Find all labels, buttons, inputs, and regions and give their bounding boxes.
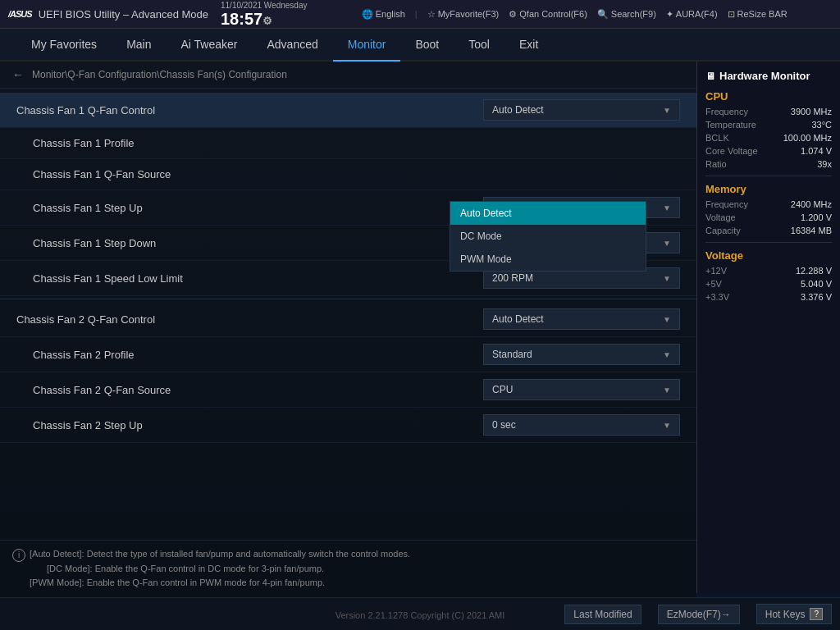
nav-boot[interactable]: Boot: [400, 29, 454, 62]
cf2-step-up-control[interactable]: 0 sec ▼: [483, 414, 680, 436]
hw-cpu-freq-value: 3900 MHz: [791, 107, 832, 116]
top-toolbar: 🌐 English | ☆ MyFavorite(F3) ⚙ Qfan Cont…: [317, 9, 832, 20]
settings-list: Chassis Fan 1 Q-Fan Control Auto Detect …: [0, 89, 696, 567]
cf1-source-label: Chassis Fan 1 Q-Fan Source: [33, 168, 483, 180]
info-line-2: [DC Mode]: Enable the Q-Fan control in D…: [47, 564, 324, 573]
info-line-1: [Auto Detect]: Detect the type of instal…: [30, 549, 410, 559]
hw-cpu-section: CPU: [705, 90, 832, 103]
back-button[interactable]: ←: [12, 68, 24, 81]
hw-cpu-bclk-row: BCLK 100.00 MHz: [705, 133, 832, 143]
last-modified-button[interactable]: Last Modified: [564, 605, 641, 624]
nav-advanced[interactable]: Advanced: [252, 29, 332, 62]
cf2-step-up-dropdown[interactable]: 0 sec ▼: [483, 414, 680, 436]
logo-area: /ASUS UEFI BIOS Utility – Advanced Mode: [8, 8, 208, 21]
dropdown-option-auto[interactable]: Auto Detect: [450, 202, 646, 225]
cf1-qfan-dropdown[interactable]: Auto Detect ▼: [483, 99, 680, 121]
clock-display: 18:57⚙: [221, 11, 307, 27]
footer: Version 2.21.1278 Copyright (C) 2021 AMI…: [0, 597, 840, 630]
hw-mem-capacity-row: Capacity 16384 MB: [705, 226, 832, 235]
info-line-3: [PWM Mode]: Enable the Q-Fan control in …: [30, 578, 325, 587]
hw-v12-label: +12V: [705, 266, 727, 276]
hw-v5-row: +5V 5.040 V: [705, 279, 832, 289]
hw-cpu-temp-value: 33°C: [811, 120, 832, 130]
info-icon: i: [12, 549, 25, 562]
dropdown-overlay: Auto Detect DC Mode PWM Mode: [450, 201, 646, 272]
cf1-step-down-label: Chassis Fan 1 Step Down: [33, 237, 483, 249]
hw-cpu-voltage-row: Core Voltage 1.074 V: [705, 146, 832, 156]
cf2-qfan-control[interactable]: Auto Detect ▼: [483, 308, 680, 330]
setting-cf2-profile[interactable]: Chassis Fan 2 Profile Standard ▼: [0, 337, 696, 372]
setting-cf1-source[interactable]: Chassis Fan 1 Q-Fan Source: [0, 159, 696, 190]
bios-title: UEFI BIOS Utility – Advanced Mode: [39, 8, 208, 21]
nav-monitor[interactable]: Monitor: [333, 29, 401, 62]
hw-v12-value: 12.288 V: [796, 266, 832, 276]
hw-mem-voltage-value: 1.200 V: [801, 212, 832, 222]
hw-cpu-temp-label: Temperature: [705, 120, 756, 130]
asus-logo: /ASUS: [8, 9, 32, 19]
cf2-profile-control[interactable]: Standard ▼: [483, 344, 680, 365]
setting-cf2-source[interactable]: Chassis Fan 2 Q-Fan Source CPU ▼: [0, 372, 696, 408]
nav-main[interactable]: Main: [112, 29, 166, 62]
breadcrumb-path: Monitor\Q-Fan Configuration\Chassis Fan(…: [32, 69, 287, 80]
hw-cpu-temp-row: Temperature 33°C: [705, 120, 832, 130]
hw-mem-freq-label: Frequency: [705, 199, 748, 209]
cf1-qfan-control[interactable]: Auto Detect ▼: [483, 99, 680, 121]
cf1-step-down-arrow: ▼: [663, 239, 671, 248]
hw-mem-capacity-label: Capacity: [705, 226, 741, 235]
nav-my-favorites[interactable]: My Favorites: [16, 29, 112, 62]
setting-cf1-qfan-control[interactable]: Chassis Fan 1 Q-Fan Control Auto Detect …: [0, 93, 696, 128]
hw-mem-freq-value: 2400 MHz: [791, 199, 832, 209]
hw-mem-voltage-label: Voltage: [705, 212, 736, 222]
hw-voltage-section: Voltage: [705, 249, 832, 262]
cf2-qfan-dropdown[interactable]: Auto Detect ▼: [483, 308, 680, 330]
cf1-profile-label: Chassis Fan 1 Profile: [33, 137, 483, 149]
cf2-profile-dropdown[interactable]: Standard ▼: [483, 344, 680, 365]
setting-cf2-step-up[interactable]: Chassis Fan 2 Step Up 0 sec ▼: [0, 408, 696, 443]
dropdown-option-pwm[interactable]: PWM Mode: [450, 248, 646, 271]
toolbar-english[interactable]: 🌐 English: [362, 9, 405, 20]
toolbar-resizebar[interactable]: ⊡ ReSize BAR: [728, 9, 788, 20]
cf2-qfan-arrow: ▼: [663, 315, 671, 324]
toolbar-myfavorite[interactable]: ☆ MyFavorite(F3): [427, 9, 500, 20]
nav-tool[interactable]: Tool: [454, 29, 504, 62]
toolbar-qfan[interactable]: ⚙ Qfan Control(F6): [509, 9, 587, 20]
hw-v5-value: 5.040 V: [801, 279, 832, 289]
dropdown-option-dc[interactable]: DC Mode: [450, 225, 646, 248]
info-section: i [Auto Detect]: Detect the type of inst…: [0, 540, 696, 597]
cf2-profile-label: Chassis Fan 2 Profile: [33, 349, 483, 361]
cf1-speed-low-arrow: ▼: [663, 274, 671, 283]
hw-cpu-ratio-row: Ratio 39x: [705, 159, 832, 169]
cf2-source-control[interactable]: CPU ▼: [483, 379, 680, 400]
nav-exit[interactable]: Exit: [504, 29, 553, 62]
setting-cf1-profile[interactable]: Chassis Fan 1 Profile: [0, 128, 696, 159]
hw-mem-freq-row: Frequency 2400 MHz: [705, 199, 832, 209]
cf1-qfan-label: Chassis Fan 1 Q-Fan Control: [16, 104, 483, 116]
cf1-qfan-dropdown-arrow: ▼: [663, 106, 671, 115]
setting-cf2-qfan-control[interactable]: Chassis Fan 2 Q-Fan Control Auto Detect …: [0, 302, 696, 337]
cf2-source-dropdown[interactable]: CPU ▼: [483, 379, 680, 400]
ez-mode-button[interactable]: EzMode(F7)→: [658, 605, 740, 624]
nav-ai-tweaker[interactable]: Ai Tweaker: [166, 29, 252, 62]
toolbar-aura[interactable]: ✦ AURA(F4): [666, 9, 718, 20]
cf2-step-up-label: Chassis Fan 2 Step Up: [33, 419, 483, 431]
hot-keys-button[interactable]: Hot Keys ?: [756, 604, 832, 624]
hw-cpu-ratio-label: Ratio: [705, 159, 727, 169]
hw-memory-section: Memory: [705, 183, 832, 195]
datetime-area: 11/10/2021 Wednesday 18:57⚙: [221, 1, 307, 27]
hw-cpu-freq-row: Frequency 3900 MHz: [705, 107, 832, 116]
header: /ASUS UEFI BIOS Utility – Advanced Mode …: [0, 0, 840, 29]
hw-monitor-title: 🖥 Hardware Monitor: [705, 70, 832, 82]
navbar: My Favorites Main Ai Tweaker Advanced Mo…: [0, 29, 840, 62]
hw-v33-label: +3.3V: [705, 292, 729, 302]
cf2-source-arrow: ▼: [663, 386, 671, 395]
cf2-source-label: Chassis Fan 2 Q-Fan Source: [33, 384, 483, 396]
toolbar-search[interactable]: 🔍 Search(F9): [597, 9, 656, 20]
separator-cf1-cf2: [0, 299, 696, 299]
breadcrumb: ← Monitor\Q-Fan Configuration\Chassis Fa…: [0, 62, 696, 89]
cf1-speed-low-label: Chassis Fan 1 Speed Low Limit: [33, 272, 483, 285]
version-text: Version 2.21.1278 Copyright (C) 2021 AMI: [336, 610, 505, 620]
cf2-profile-arrow: ▼: [663, 350, 671, 359]
cf2-step-up-arrow: ▼: [663, 421, 671, 430]
hw-mem-capacity-value: 16384 MB: [791, 226, 832, 235]
hw-cpu-freq-label: Frequency: [705, 107, 748, 116]
